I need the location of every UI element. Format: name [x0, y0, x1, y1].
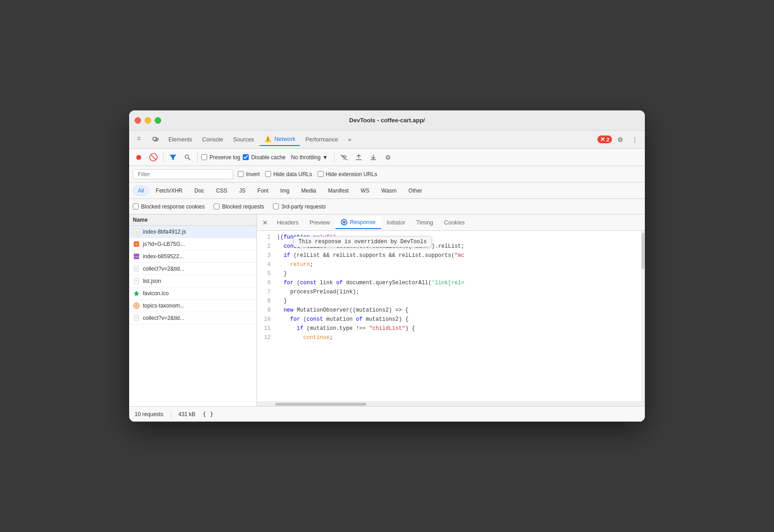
js-file-icon: JS: [133, 228, 140, 235]
svg-text:CSS: CSS: [134, 256, 139, 258]
tab-response[interactable]: Response: [335, 216, 381, 229]
close-button[interactable]: [135, 117, 141, 124]
blocked-requests-label[interactable]: Blocked requests: [214, 203, 264, 210]
requests-list[interactable]: JS index-8bfa4912.js G js?id=G-LB75G...: [129, 226, 256, 406]
plain-file-icon: [133, 265, 140, 272]
requests-panel: Name JS index-8bfa4912.js: [129, 214, 257, 406]
request-item[interactable]: G js?id=G-LB75G...: [129, 238, 256, 250]
tab-preview[interactable]: Preview: [304, 217, 335, 229]
preserve-log-label[interactable]: Preserve log: [201, 154, 240, 161]
type-btn-other[interactable]: Other: [403, 186, 427, 196]
gtag-icon: G: [133, 240, 140, 248]
type-btn-wasm[interactable]: Wasm: [377, 186, 402, 196]
request-item[interactable]: collect?v=2&tid...: [129, 312, 256, 324]
request-name: js?id=G-LB75G...: [143, 241, 185, 247]
horizontal-scrollbar[interactable]: [257, 402, 645, 406]
tab-sources[interactable]: Sources: [229, 134, 259, 146]
response-panel: ✕ Headers Preview Response Initiator: [257, 214, 645, 406]
type-btn-fetch-xhr[interactable]: Fetch/XHR: [151, 186, 188, 196]
download-button[interactable]: [367, 151, 379, 163]
network-settings-button[interactable]: ⚙: [382, 151, 394, 163]
filter-button[interactable]: [167, 151, 179, 163]
request-item[interactable]: CSS index-b859522...: [129, 250, 256, 263]
request-name: list.json: [143, 278, 161, 284]
blocked-cookies-checkbox[interactable]: [133, 203, 139, 209]
request-item[interactable]: collect?v=2&tid...: [129, 263, 256, 275]
record-button[interactable]: ⏺: [133, 151, 145, 163]
svg-text:JS: JS: [135, 230, 139, 234]
close-panel-button[interactable]: ✕: [259, 216, 272, 229]
requests-header: Name: [129, 214, 256, 226]
disable-cache-checkbox[interactable]: [243, 154, 249, 160]
code-viewer[interactable]: This response is overridden by DevTools …: [257, 231, 645, 402]
type-filter-bar: All Fetch/XHR Doc CSS JS Font Img Media …: [129, 183, 645, 199]
hide-extension-urls-label[interactable]: Hide extension URLs: [318, 171, 377, 177]
type-btn-font[interactable]: Font: [252, 186, 273, 196]
code-line-10: 10 for (const mutation of mutations2) {: [257, 315, 645, 324]
pretty-print-button[interactable]: { }: [203, 411, 213, 417]
search-button[interactable]: [182, 151, 194, 163]
invert-checkbox[interactable]: [238, 171, 244, 177]
cursor-icon[interactable]: [133, 132, 147, 147]
blocked-cookies-label[interactable]: Blocked response cookies: [133, 203, 204, 210]
type-btn-img[interactable]: Img: [275, 186, 294, 196]
window-title: DevTools - coffee-cart.app/: [349, 117, 425, 124]
scrollbar-thumb[interactable]: [642, 233, 644, 269]
request-item[interactable]: list.json: [129, 275, 256, 287]
request-item[interactable]: favicon.ico: [129, 287, 256, 300]
throttle-select[interactable]: No throttling ▼: [288, 153, 331, 162]
error-badge[interactable]: ✕ 2: [597, 136, 612, 143]
third-party-checkbox[interactable]: [273, 203, 279, 209]
traffic-lights: [135, 117, 161, 124]
tab-headers[interactable]: Headers: [272, 217, 304, 229]
type-btn-manifest[interactable]: Manifest: [323, 186, 354, 196]
svg-rect-5: [156, 138, 158, 140]
tab-initiator[interactable]: Initiator: [381, 217, 411, 229]
tab-performance[interactable]: Performance: [301, 134, 343, 146]
type-btn-media[interactable]: Media: [296, 186, 321, 196]
wifi-icon[interactable]: [338, 151, 350, 163]
type-btn-all[interactable]: All: [133, 186, 149, 196]
blocked-requests-checkbox[interactable]: [214, 203, 220, 209]
tab-elements[interactable]: Elements: [164, 134, 197, 146]
chevron-down-icon: ▼: [322, 154, 328, 161]
topics-icon: [133, 302, 140, 309]
type-btn-js[interactable]: JS: [234, 186, 251, 196]
tab-timing[interactable]: Timing: [411, 217, 439, 229]
more-options-button[interactable]: ⋮: [628, 133, 641, 146]
upload-button[interactable]: [353, 151, 365, 163]
invert-label[interactable]: Invert: [238, 171, 260, 177]
request-item[interactable]: topics-taxonom...: [129, 300, 256, 312]
request-item[interactable]: JS index-8bfa4912.js: [129, 226, 256, 238]
tab-console[interactable]: Console: [198, 134, 228, 146]
preserve-log-checkbox[interactable]: [201, 154, 207, 160]
type-btn-ws[interactable]: WS: [356, 186, 374, 196]
device-icon[interactable]: [148, 132, 163, 147]
filter-input[interactable]: [133, 169, 233, 179]
code-line-3: 3 if (relList && relList.supports && rel…: [257, 251, 645, 260]
hide-data-urls-label[interactable]: Hide data URLs: [265, 171, 312, 177]
hide-extension-urls-checkbox[interactable]: [318, 171, 324, 177]
type-btn-css[interactable]: CSS: [211, 186, 232, 196]
plain-file-icon2: [133, 314, 140, 322]
svg-line-9: [188, 158, 190, 160]
tab-cookies[interactable]: Cookies: [439, 217, 470, 229]
maximize-button[interactable]: [155, 117, 161, 124]
clear-button[interactable]: 🚫: [147, 151, 159, 163]
type-btn-doc[interactable]: Doc: [189, 186, 209, 196]
request-name: favicon.ico: [143, 290, 169, 297]
scrollbar-track[interactable]: [641, 231, 645, 402]
hide-data-urls-checkbox[interactable]: [265, 171, 271, 177]
tab-network[interactable]: ⚠️ Network: [260, 133, 300, 146]
tab-more[interactable]: »: [344, 134, 356, 146]
minimize-button[interactable]: [145, 117, 151, 124]
third-party-label[interactable]: 3rd-party requests: [273, 203, 325, 210]
settings-button[interactable]: ⚙: [614, 133, 627, 146]
status-bar: 10 requests 431 kB { }: [129, 406, 645, 422]
code-line-11: 11 if (mutation.type !== "childList") {: [257, 324, 645, 333]
svg-marker-26: [134, 291, 139, 296]
disable-cache-label[interactable]: Disable cache: [243, 154, 285, 161]
h-scrollbar-thumb[interactable]: [275, 403, 366, 406]
request-name: collect?v=2&tid...: [143, 315, 184, 321]
response-tabs: ✕ Headers Preview Response Initiator: [257, 214, 645, 231]
